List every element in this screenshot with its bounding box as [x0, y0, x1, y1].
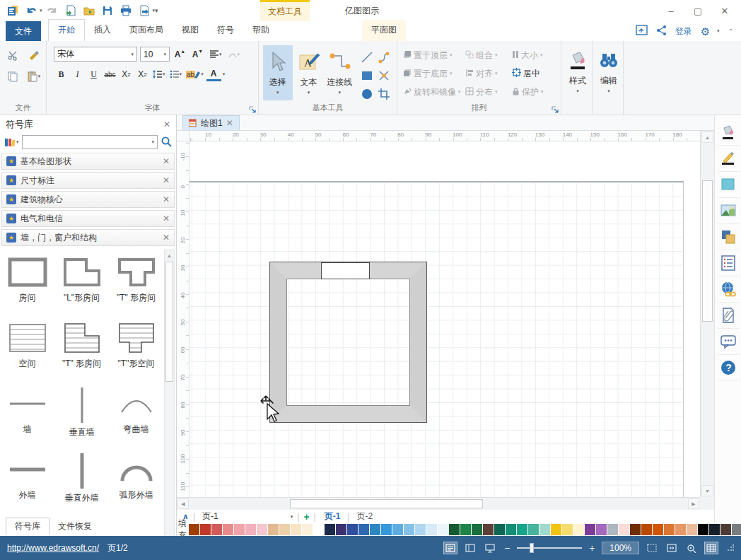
- fill-style-icon[interactable]: [718, 119, 739, 146]
- line-tool-icon[interactable]: [358, 48, 375, 66]
- shape-wall-h[interactable]: 墙: [0, 383, 54, 448]
- shape-ext-wall-arc[interactable]: 弧形外墙: [109, 448, 163, 514]
- fill-color-swatch[interactable]: [517, 524, 527, 535]
- ellipse-tool-icon[interactable]: [358, 85, 375, 103]
- menu-tab-6[interactable]: 帮助: [243, 20, 279, 41]
- fill-color-swatch[interactable]: [709, 524, 720, 535]
- fill-color-swatch[interactable]: [664, 524, 675, 535]
- fill-color-swatch[interactable]: [494, 524, 505, 535]
- file-menu-button[interactable]: 文件: [6, 21, 41, 41]
- open-button[interactable]: [81, 2, 98, 19]
- settings-gear-icon[interactable]: ⚙: [701, 26, 710, 37]
- select-tool-button[interactable]: 选择▾: [263, 45, 293, 100]
- quick-color-icon[interactable]: [718, 172, 739, 198]
- fit-page-icon[interactable]: [665, 542, 679, 554]
- menu-tab-2[interactable]: 插入: [85, 20, 120, 41]
- shape-ext-wall-v[interactable]: 垂直外墙: [54, 448, 109, 514]
- shape-wall-v[interactable]: 垂直墙: [54, 383, 109, 448]
- fill-color-swatch[interactable]: [392, 524, 403, 535]
- resize-grip[interactable]: [727, 544, 734, 552]
- fill-color-swatch[interactable]: [189, 524, 199, 535]
- fill-color-swatch[interactable]: [619, 524, 629, 535]
- fill-color-swatch[interactable]: [268, 524, 279, 535]
- category-close-icon[interactable]: ✕: [163, 194, 170, 204]
- text-tool-button[interactable]: A 文本▾: [294, 45, 324, 100]
- connector-tool-button[interactable]: 连接线▾: [325, 45, 354, 100]
- font-color-dropdown-arrow[interactable]: ▾: [223, 71, 226, 77]
- collapse-ribbon-icon[interactable]: ⌃: [728, 28, 734, 35]
- format-painter-button[interactable]: [27, 48, 41, 62]
- copy-button[interactable]: [6, 69, 20, 83]
- fill-color-swatch[interactable]: [551, 524, 561, 535]
- fill-color-swatch[interactable]: [381, 524, 392, 535]
- fill-color-swatch[interactable]: [460, 524, 471, 535]
- library-category-5[interactable]: ★墙，门，窗户和结构✕: [1, 229, 175, 246]
- attachment-icon[interactable]: [718, 303, 739, 329]
- menu-tab-floor-plan[interactable]: 平面图: [362, 20, 406, 41]
- page-tab-2[interactable]: 页-2: [352, 511, 377, 523]
- outline-view-icon[interactable]: [463, 542, 477, 554]
- fill-color-swatch[interactable]: [573, 524, 584, 535]
- font-name-select[interactable]: 宋体▾: [54, 47, 137, 62]
- bullet-list-button[interactable]: ▾: [168, 67, 184, 81]
- shape-t-space[interactable]: "T"形空间: [109, 317, 163, 383]
- presentation-view-icon[interactable]: [483, 542, 497, 554]
- font-color-button[interactable]: A: [206, 67, 221, 81]
- grid-toggle-icon[interactable]: [704, 542, 718, 554]
- library-category-2[interactable]: ★尺寸标注✕: [1, 172, 175, 189]
- menu-tab-3[interactable]: 页面布局: [120, 20, 173, 41]
- export-image-icon[interactable]: [636, 25, 648, 37]
- horizontal-scrollbar[interactable]: ◀ ▶: [177, 497, 700, 510]
- arrange-center-button[interactable]: 居中: [510, 64, 556, 83]
- font-size-select[interactable]: 10▾: [140, 47, 170, 62]
- help-icon[interactable]: ?: [718, 355, 739, 381]
- panel-close-icon[interactable]: ✕: [163, 119, 170, 129]
- share-icon[interactable]: [656, 25, 667, 37]
- fill-color-swatch[interactable]: [732, 524, 741, 535]
- fill-color-swatch[interactable]: [336, 524, 346, 535]
- comment-icon[interactable]: [718, 329, 739, 355]
- zoom-in-button[interactable]: +: [588, 542, 596, 554]
- drawing-viewport[interactable]: [189, 141, 700, 497]
- category-close-icon[interactable]: ✕: [163, 175, 170, 185]
- shape-l-space[interactable]: "T" 形房间: [54, 317, 109, 383]
- scroll-up-icon[interactable]: ▲: [165, 250, 174, 261]
- edrawsoft-link[interactable]: http://www.edrawsoft.cn/: [7, 543, 99, 553]
- shape-t-room[interactable]: "T" 形房间: [109, 251, 163, 317]
- strikethrough-button[interactable]: abc: [103, 67, 117, 81]
- crop-tool-icon[interactable]: [375, 85, 392, 103]
- fill-color-swatch[interactable]: [234, 524, 245, 535]
- library-picker-icon[interactable]: ▾: [4, 137, 19, 147]
- fill-color-swatch[interactable]: [347, 524, 358, 535]
- text-arc-button[interactable]: ▾: [226, 47, 242, 62]
- scroll-left-icon[interactable]: ◀: [177, 498, 189, 509]
- decrease-font-button[interactable]: A▼: [190, 47, 205, 62]
- cut-button[interactable]: [6, 48, 20, 62]
- fill-color-swatch[interactable]: [245, 524, 256, 535]
- room-window-shape[interactable]: [321, 262, 370, 279]
- bold-button[interactable]: B: [54, 67, 69, 81]
- page-tab-1[interactable]: 页-1: [320, 511, 345, 523]
- page-dropdown[interactable]: 页-1: [202, 511, 218, 523]
- category-close-icon[interactable]: ✕: [163, 233, 170, 243]
- fill-color-swatch[interactable]: [426, 524, 437, 535]
- italic-button[interactable]: I: [70, 67, 85, 81]
- style-button[interactable]: 样式▾: [566, 44, 590, 99]
- fill-color-swatch[interactable]: [596, 524, 607, 535]
- zoom-slider-thumb[interactable]: [530, 543, 534, 553]
- symbol-search-input[interactable]: ▾: [22, 135, 158, 149]
- shape-space[interactable]: 空间: [0, 317, 54, 383]
- menu-tab-4[interactable]: 视图: [173, 20, 208, 41]
- add-page-button[interactable]: +: [303, 511, 309, 523]
- fill-color-swatch[interactable]: [211, 524, 222, 535]
- fill-color-swatch[interactable]: [358, 524, 369, 535]
- undo-button[interactable]: [23, 2, 40, 19]
- drawing-page[interactable]: [189, 181, 684, 497]
- document-tab-close-icon[interactable]: ✕: [226, 118, 233, 128]
- menu-tab-5[interactable]: 符号: [208, 20, 243, 41]
- login-button[interactable]: 登录: [675, 25, 692, 37]
- paste-button[interactable]: ▾: [27, 69, 41, 83]
- zoom-slider[interactable]: [517, 543, 582, 553]
- search-icon[interactable]: [161, 136, 172, 149]
- maximize-button[interactable]: ▢: [687, 3, 708, 18]
